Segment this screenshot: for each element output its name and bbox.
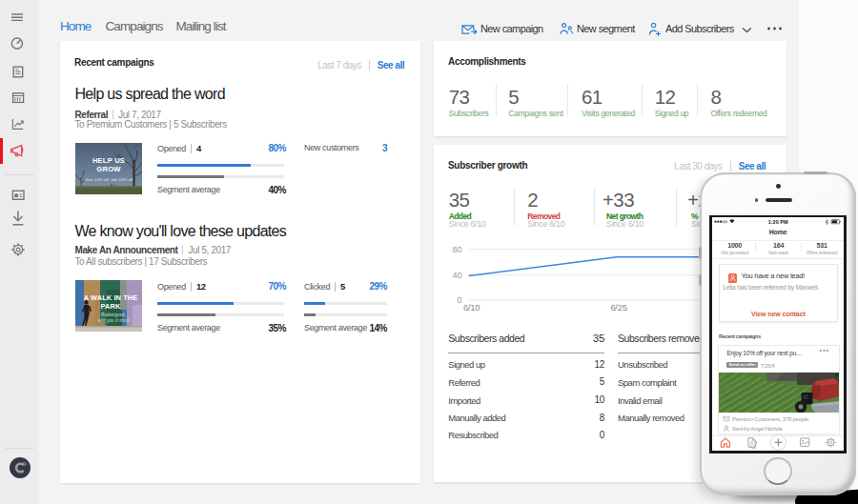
svg-text:with you in mind: with you in mind [97, 318, 129, 323]
svg-text:Redesigned,: Redesigned, [101, 312, 126, 317]
svg-text:HELP US: HELP US [92, 156, 124, 165]
svg-text:Give 10% off. Get 10% off: Give 10% off. Get 10% off [84, 177, 133, 182]
svg-text:40: 40 [452, 271, 461, 280]
svg-text:0: 0 [457, 295, 461, 305]
svg-text:A WALK IN THE: A WALK IN THE [83, 293, 136, 302]
svg-text:PARK: PARK [100, 302, 120, 311]
svg-text:GROW: GROW [96, 165, 121, 173]
svg-text:80: 80 [452, 245, 461, 254]
